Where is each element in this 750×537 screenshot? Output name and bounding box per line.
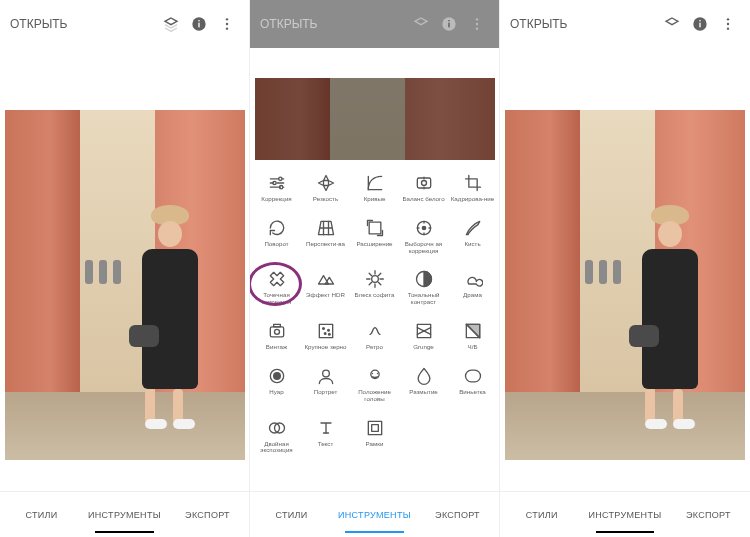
tool-label: Резкость <box>313 196 338 203</box>
tool-label: Двойная экспозиция <box>254 441 300 455</box>
info-icon[interactable] <box>437 12 461 36</box>
photo-canvas[interactable] <box>500 48 750 491</box>
open-button[interactable]: ОТКРЫТЬ <box>260 17 318 31</box>
svg-point-26 <box>322 328 324 330</box>
tab-styles[interactable]: СТИЛИ <box>0 492 83 537</box>
tool-white-balance[interactable]: Баланс белого <box>399 168 448 209</box>
tool-crop[interactable]: Кадрирова-ние <box>448 168 497 209</box>
tool-label: Рамки <box>366 441 384 448</box>
svg-point-23 <box>274 329 279 334</box>
tool-label: Тональный контраст <box>401 292 447 306</box>
svg-rect-22 <box>270 327 283 337</box>
tool-double-exp[interactable]: Двойная экспозиция <box>252 413 301 461</box>
brush-icon <box>462 217 484 239</box>
tool-label: Баланс белого <box>402 196 444 203</box>
tool-retrolux[interactable]: Ретро <box>350 316 399 357</box>
tab-styles[interactable]: СТИЛИ <box>250 492 333 537</box>
svg-point-13 <box>272 181 275 184</box>
tool-label: Блеск софита <box>355 292 395 299</box>
layers-icon[interactable] <box>409 12 433 36</box>
tool-tune[interactable]: Коррекция <box>252 168 301 209</box>
triptych: ОТКРЫТЬ <box>0 0 750 537</box>
tool-headpose[interactable]: Положение головы <box>350 361 399 409</box>
tool-curves[interactable]: Кривые <box>350 168 399 209</box>
tool-label: Расширение <box>356 241 392 248</box>
tool-blur[interactable]: Размытие <box>399 361 448 409</box>
blur-icon <box>413 365 435 387</box>
tab-tools[interactable]: ИНСТРУМЕНТЫ <box>583 492 666 537</box>
tool-healing[interactable]: Точечная коррекция <box>252 264 301 312</box>
svg-point-3 <box>226 18 228 20</box>
tool-label: Кисть <box>464 241 480 248</box>
white-balance-icon <box>413 172 435 194</box>
layers-icon[interactable] <box>159 12 183 36</box>
tab-tools[interactable]: ИНСТРУМЕНТЫ <box>333 492 416 537</box>
svg-point-46 <box>727 27 729 29</box>
tool-selective[interactable]: Выборочн ая коррекция <box>399 213 448 261</box>
rotate-icon <box>266 217 288 239</box>
bottom-tabs: СТИЛИ ИНСТРУМЕНТЫ ЭКСПОРТ <box>500 491 750 537</box>
svg-point-34 <box>322 370 329 377</box>
tool-portrait[interactable]: Портрет <box>301 361 350 409</box>
tab-export[interactable]: ЭКСПОРТ <box>166 492 249 537</box>
bottom-tabs: СТИЛИ ИНСТРУМЕНТЫ ЭКСПОРТ <box>0 491 249 537</box>
more-icon[interactable] <box>716 12 740 36</box>
selective-icon <box>413 217 435 239</box>
tool-vintage[interactable]: Винтаж <box>252 316 301 357</box>
panel-left: ОТКРЫТЬ <box>0 0 250 537</box>
tool-label: Положение головы <box>352 389 398 403</box>
info-icon[interactable] <box>688 12 712 36</box>
portrait-icon <box>315 365 337 387</box>
tab-styles[interactable]: СТИЛИ <box>500 492 583 537</box>
tool-vignette[interactable]: Виньетка <box>448 361 497 409</box>
svg-rect-25 <box>319 324 332 337</box>
topbar: ОТКРЫТЬ <box>500 0 750 48</box>
tool-grainy[interactable]: Крупное зерно <box>301 316 350 357</box>
frames-icon <box>364 417 386 439</box>
tool-perspective[interactable]: Перспекти-ва <box>301 213 350 261</box>
photo <box>505 110 745 460</box>
tool-label: Кривые <box>364 196 386 203</box>
tool-text[interactable]: Текст <box>301 413 350 461</box>
headpose-icon <box>364 365 386 387</box>
tool-noir[interactable]: Нуар <box>252 361 301 409</box>
open-button[interactable]: ОТКРЫТЬ <box>10 17 68 31</box>
tool-label: Виньетка <box>459 389 486 396</box>
more-icon[interactable] <box>465 12 489 36</box>
tab-tools[interactable]: ИНСТРУМЕНТЫ <box>83 492 166 537</box>
photo-canvas[interactable] <box>0 48 249 491</box>
bw-icon <box>462 320 484 342</box>
tool-brush[interactable]: Кисть <box>448 213 497 261</box>
tool-bw[interactable]: Ч/Б <box>448 316 497 357</box>
tool-details[interactable]: Резкость <box>301 168 350 209</box>
svg-point-33 <box>273 373 280 380</box>
tool-hdr[interactable]: Эффект HDR <box>301 264 350 312</box>
tab-export[interactable]: ЭКСПОРТ <box>416 492 499 537</box>
tool-frames[interactable]: Рамки <box>350 413 399 461</box>
tab-export[interactable]: ЭКСПОРТ <box>667 492 750 537</box>
vintage-icon <box>266 320 288 342</box>
tool-label: Портрет <box>314 389 338 396</box>
layers-icon[interactable] <box>660 12 684 36</box>
tool-drama[interactable]: Драма <box>448 264 497 312</box>
tool-grid: КоррекцияРезкостьКривыеБаланс белогоКадр… <box>252 168 497 460</box>
details-icon <box>315 172 337 194</box>
more-icon[interactable] <box>215 12 239 36</box>
svg-point-19 <box>422 226 425 229</box>
panel-right: ОТКРЫТЬ <box>500 0 750 537</box>
drama-icon <box>462 268 484 290</box>
tool-rotate[interactable]: Поворот <box>252 213 301 261</box>
tools-sheet[interactable]: КоррекцияРезкостьКривыеБаланс белогоКадр… <box>250 160 499 491</box>
tool-glamour[interactable]: Блеск софита <box>350 264 399 312</box>
open-button[interactable]: ОТКРЫТЬ <box>510 17 568 31</box>
tool-expand[interactable]: Расширение <box>350 213 399 261</box>
tool-tonal[interactable]: Тональный контраст <box>399 264 448 312</box>
tool-label: Перспекти-ва <box>306 241 345 248</box>
info-icon[interactable] <box>187 12 211 36</box>
text-icon <box>315 417 337 439</box>
svg-point-20 <box>371 276 378 283</box>
svg-rect-24 <box>273 324 280 327</box>
curves-icon <box>364 172 386 194</box>
tool-label: Поворот <box>264 241 288 248</box>
tool-grunge[interactable]: Grunge <box>399 316 448 357</box>
